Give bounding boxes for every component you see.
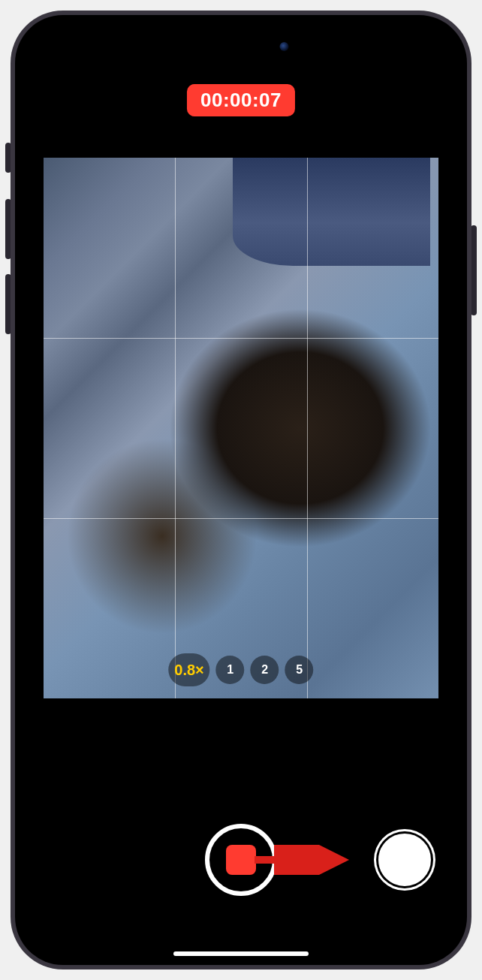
zoom-option-2x[interactable]: 2 bbox=[251, 656, 279, 684]
dynamic-island bbox=[183, 32, 300, 62]
viewfinder-image bbox=[44, 158, 438, 698]
power-button bbox=[471, 225, 477, 315]
camera-viewfinder[interactable]: 0.8× 1 2 5 bbox=[44, 158, 438, 698]
zoom-option-5x[interactable]: 5 bbox=[285, 656, 314, 684]
zoom-controls: 0.8× 1 2 5 bbox=[168, 653, 313, 686]
zoom-option-1x[interactable]: 1 bbox=[216, 656, 245, 684]
capture-controls bbox=[15, 807, 467, 912]
recording-timer: 00:00:07 bbox=[187, 84, 295, 116]
home-indicator[interactable] bbox=[173, 951, 309, 956]
screen: 00:00:07 0.8× 1 2 5 bbox=[15, 15, 467, 965]
stop-record-button[interactable] bbox=[205, 824, 277, 896]
phone-frame: 00:00:07 0.8× 1 2 5 bbox=[11, 11, 471, 969]
capture-photo-button[interactable] bbox=[378, 834, 431, 886]
zoom-option-selected[interactable]: 0.8× bbox=[168, 653, 209, 686]
stop-icon bbox=[226, 845, 256, 875]
